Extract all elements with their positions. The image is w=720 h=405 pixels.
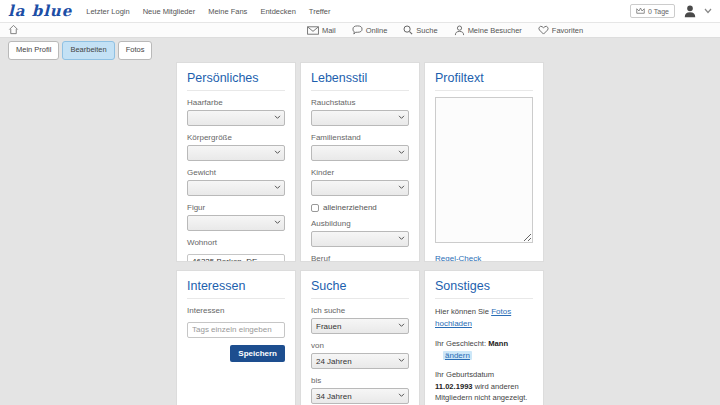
geschlecht-value: Mann xyxy=(488,339,508,348)
premium-days-label: 0 Tage xyxy=(648,8,669,15)
panel-title: Lebensstil xyxy=(311,71,409,91)
home-icon[interactable] xyxy=(8,24,19,35)
nav-meine-fans[interactable]: Meine Fans xyxy=(208,7,247,16)
toolbar-favoriten[interactable]: Favoriten xyxy=(538,25,583,35)
toolbar-besucher-label: Meine Besucher xyxy=(468,26,522,35)
geburtsdatum-text: Ihr Geburtsdatum 11.02.1993 wird anderen… xyxy=(435,369,533,405)
nav-letzter-login[interactable]: Letzter Login xyxy=(86,7,129,16)
speichern-button[interactable]: Speichern xyxy=(230,345,285,362)
bis-select[interactable]: 34 Jahren xyxy=(311,388,409,404)
profile-tabbar: Mein Profil Bearbeiten Fotos xyxy=(0,38,720,60)
header-right: 0 Tage xyxy=(630,4,712,19)
rauchstatus-select[interactable] xyxy=(311,110,409,126)
premium-days-badge[interactable]: 0 Tage xyxy=(630,4,675,18)
interessen-label: Interessen xyxy=(187,306,285,315)
gewicht-select[interactable] xyxy=(187,180,285,196)
bis-label: bis xyxy=(311,376,409,385)
mail-icon xyxy=(307,26,319,35)
panel-lebensstil: Lebensstil Rauchstatus Familienstand Kin… xyxy=(300,62,420,262)
ausbildung-label: Ausbildung xyxy=(311,219,409,228)
figur-select[interactable] xyxy=(187,215,285,231)
chevron-down-icon xyxy=(274,220,281,225)
fotos-hochladen-text: Hier können Sie Fotos hochladen xyxy=(435,306,533,331)
interessen-tags-input[interactable] xyxy=(187,322,285,338)
panel-title: Sonstiges xyxy=(435,279,533,299)
toolbar-besucher[interactable]: Meine Besucher xyxy=(454,25,522,36)
heart-icon xyxy=(538,25,549,35)
content-grid: Persönliches Haarfarbe Körpergröße Gewic… xyxy=(176,62,544,405)
profiltext-textarea[interactable] xyxy=(435,97,533,243)
panel-title: Interessen xyxy=(187,279,285,299)
chevron-down-icon xyxy=(274,150,281,155)
geburtsdatum-value: 11.02.1993 xyxy=(435,382,473,391)
ich-suche-value: Frauen xyxy=(316,322,341,331)
kinder-select[interactable] xyxy=(311,180,409,196)
chevron-down-icon xyxy=(398,185,405,190)
panel-suche: Suche Ich suche Frauen von 24 Jahren bis… xyxy=(300,270,420,405)
toolbar-mail[interactable]: Mail xyxy=(307,26,336,35)
toolbar-mail-label: Mail xyxy=(322,26,336,35)
chevron-down-icon xyxy=(274,185,281,190)
nav-treffer[interactable]: Treffer xyxy=(309,7,331,16)
chevron-down-icon xyxy=(398,358,405,363)
alleinerziehend-label: alleinerziehend xyxy=(323,203,377,212)
kinder-label: Kinder xyxy=(311,168,409,177)
von-value: 24 Jahren xyxy=(316,357,352,366)
geburtsdatum-label: Ihr Geburtsdatum xyxy=(435,370,494,379)
nav-entdecken[interactable]: Entdecken xyxy=(260,7,295,16)
alleinerziehend-checkbox[interactable] xyxy=(311,204,319,212)
panel-persoenliches: Persönliches Haarfarbe Körpergröße Gewic… xyxy=(176,62,296,262)
geschlecht-text: Ihr Geschlecht: Mann ändern xyxy=(435,338,533,362)
familienstand-select[interactable] xyxy=(311,145,409,161)
panel-title: Profiltext xyxy=(435,71,533,91)
geschlecht-aendern-link[interactable]: ändern xyxy=(443,351,472,360)
ich-suche-select[interactable]: Frauen xyxy=(311,318,409,334)
main-nav: Letzter Login Neue Mitglieder Meine Fans… xyxy=(86,7,330,16)
chevron-down-icon[interactable] xyxy=(704,8,712,14)
koerpergroesse-label: Körpergröße xyxy=(187,133,285,142)
chevron-down-icon xyxy=(398,323,405,328)
toolbar-suche[interactable]: Suche xyxy=(403,25,437,35)
panel-title: Persönliches xyxy=(187,71,285,91)
panel-sonstiges: Sonstiges Hier können Sie Fotos hochlade… xyxy=(424,270,544,405)
familienstand-label: Familienstand xyxy=(311,133,409,142)
toolbar-items: Mail Online Suche Meine Besucher Favorit… xyxy=(137,25,583,36)
toolbar-suche-label: Suche xyxy=(416,26,437,35)
visitor-person-icon xyxy=(454,25,465,36)
beruf-label: Beruf xyxy=(311,254,409,262)
nav-neue-mitglieder[interactable]: Neue Mitglieder xyxy=(143,7,196,16)
von-label: von xyxy=(311,341,409,350)
wohnort-label: Wohnort xyxy=(187,238,285,247)
tab-fotos[interactable]: Fotos xyxy=(118,41,153,60)
user-avatar[interactable] xyxy=(682,4,697,19)
haarfarbe-label: Haarfarbe xyxy=(187,98,285,107)
chevron-down-icon xyxy=(398,393,405,398)
tab-bearbeiten[interactable]: Bearbeiten xyxy=(62,41,114,60)
koerpergroesse-select[interactable] xyxy=(187,145,285,161)
tab-mein-profil[interactable]: Mein Profil xyxy=(8,41,59,60)
panel-title: Suche xyxy=(311,279,409,299)
regel-check-link[interactable]: Regel-Check xyxy=(435,254,481,262)
chat-bubble-icon xyxy=(352,25,363,35)
toolbar-online[interactable]: Online xyxy=(352,25,388,35)
top-header: la blue Letzter Login Neue Mitglieder Me… xyxy=(0,0,720,23)
wohnort-input[interactable] xyxy=(187,254,285,263)
crown-icon xyxy=(636,7,645,15)
person-silhouette-icon xyxy=(683,4,697,18)
chevron-down-icon xyxy=(398,115,405,120)
von-select[interactable]: 24 Jahren xyxy=(311,353,409,369)
ich-suche-label: Ich suche xyxy=(311,306,409,315)
lablue-logo[interactable]: la blue xyxy=(8,2,72,20)
gewicht-label: Gewicht xyxy=(187,168,285,177)
haarfarbe-select[interactable] xyxy=(187,110,285,126)
chevron-down-icon xyxy=(398,236,405,241)
search-icon xyxy=(403,25,413,35)
chevron-down-icon xyxy=(398,150,405,155)
figur-label: Figur xyxy=(187,203,285,212)
toolbar-favoriten-label: Favoriten xyxy=(552,26,583,35)
ausbildung-select[interactable] xyxy=(311,231,409,247)
chevron-down-icon xyxy=(274,115,281,120)
alleinerziehend-row: alleinerziehend xyxy=(311,203,409,212)
panel-profiltext: Profiltext Regel-Check xyxy=(424,62,544,262)
toolbar: Mail Online Suche Meine Besucher Favorit… xyxy=(0,23,720,38)
